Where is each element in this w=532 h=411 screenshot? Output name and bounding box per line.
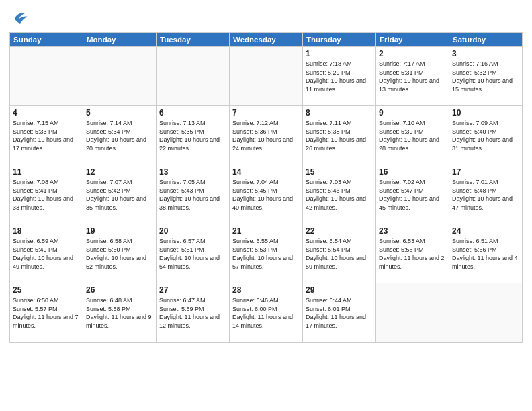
calendar-day-cell: 19Sunrise: 6:58 AMSunset: 5:50 PMDayligh… [83, 224, 157, 283]
day-number: 1 [306, 49, 373, 58]
day-number: 5 [86, 108, 153, 118]
weekday-header: Saturday [449, 33, 523, 47]
calendar-day-cell: 17Sunrise: 7:01 AMSunset: 5:48 PMDayligh… [449, 165, 523, 224]
day-number: 4 [13, 108, 80, 118]
calendar-week-row: 4Sunrise: 7:15 AMSunset: 5:33 PMDaylight… [10, 106, 523, 165]
day-number: 16 [379, 167, 446, 177]
weekday-header: Wednesday [230, 33, 303, 47]
day-number: 3 [452, 49, 519, 58]
day-info: Sunrise: 6:55 AMSunset: 5:53 PMDaylight:… [232, 237, 300, 271]
page-container: SundayMondayTuesdayWednesdayThursdayFrid… [0, 0, 532, 348]
calendar-day-cell: 6Sunrise: 7:13 AMSunset: 5:35 PMDaylight… [157, 106, 230, 165]
day-info: Sunrise: 7:03 AMSunset: 5:46 PMDaylight:… [306, 178, 373, 212]
day-number: 24 [452, 226, 519, 236]
day-info: Sunrise: 7:09 AMSunset: 5:40 PMDaylight:… [452, 119, 519, 152]
day-info: Sunrise: 6:44 AMSunset: 6:01 PMDaylight:… [306, 296, 373, 330]
day-number: 14 [232, 167, 300, 177]
day-number: 17 [452, 167, 519, 177]
day-info: Sunrise: 6:53 AMSunset: 5:55 PMDaylight:… [379, 237, 446, 271]
day-info: Sunrise: 6:57 AMSunset: 5:51 PMDaylight:… [159, 237, 226, 271]
day-info: Sunrise: 7:07 AMSunset: 5:42 PMDaylight:… [86, 178, 153, 212]
calendar-day-cell: 16Sunrise: 7:02 AMSunset: 5:47 PMDayligh… [376, 165, 449, 224]
weekday-header: Friday [376, 33, 449, 47]
weekday-header: Tuesday [157, 33, 230, 47]
calendar-day-cell: 15Sunrise: 7:03 AMSunset: 5:46 PMDayligh… [303, 165, 376, 224]
day-info: Sunrise: 6:51 AMSunset: 5:56 PMDaylight:… [452, 237, 519, 271]
day-number: 12 [86, 167, 153, 177]
day-info: Sunrise: 7:08 AMSunset: 5:41 PMDaylight:… [13, 178, 80, 212]
day-info: Sunrise: 6:46 AMSunset: 6:00 PMDaylight:… [232, 296, 300, 330]
calendar-day-cell [10, 47, 83, 106]
day-info: Sunrise: 7:04 AMSunset: 5:45 PMDaylight:… [232, 178, 300, 212]
day-number: 22 [306, 226, 373, 236]
day-number: 21 [232, 226, 300, 236]
calendar-week-row: 1Sunrise: 7:18 AMSunset: 5:29 PMDaylight… [10, 47, 523, 106]
day-number: 6 [159, 108, 226, 118]
day-info: Sunrise: 7:11 AMSunset: 5:38 PMDaylight:… [306, 119, 373, 152]
calendar-day-cell: 20Sunrise: 6:57 AMSunset: 5:51 PMDayligh… [157, 224, 230, 283]
calendar-day-cell: 18Sunrise: 6:59 AMSunset: 5:49 PMDayligh… [10, 224, 83, 283]
day-info: Sunrise: 7:14 AMSunset: 5:34 PMDaylight:… [86, 119, 153, 152]
day-number: 15 [306, 167, 373, 177]
calendar-day-cell: 1Sunrise: 7:18 AMSunset: 5:29 PMDaylight… [303, 47, 376, 106]
calendar-day-cell: 22Sunrise: 6:54 AMSunset: 5:54 PMDayligh… [303, 224, 376, 283]
day-number: 23 [379, 226, 446, 236]
calendar-day-cell: 3Sunrise: 7:16 AMSunset: 5:32 PMDaylight… [449, 47, 523, 106]
day-info: Sunrise: 7:18 AMSunset: 5:29 PMDaylight:… [306, 60, 373, 93]
weekday-header: Sunday [10, 33, 83, 47]
day-number: 27 [159, 285, 226, 295]
calendar-day-cell [449, 283, 523, 342]
calendar-day-cell: 8Sunrise: 7:11 AMSunset: 5:38 PMDaylight… [303, 106, 376, 165]
calendar-day-cell: 24Sunrise: 6:51 AMSunset: 5:56 PMDayligh… [449, 224, 523, 283]
calendar-day-cell: 9Sunrise: 7:10 AMSunset: 5:39 PMDaylight… [376, 106, 449, 165]
day-info: Sunrise: 7:05 AMSunset: 5:43 PMDaylight:… [159, 178, 226, 212]
calendar-day-cell: 11Sunrise: 7:08 AMSunset: 5:41 PMDayligh… [10, 165, 83, 224]
day-number: 11 [13, 167, 80, 177]
weekday-header: Thursday [303, 33, 376, 47]
day-info: Sunrise: 6:47 AMSunset: 5:59 PMDaylight:… [159, 296, 226, 330]
day-info: Sunrise: 6:58 AMSunset: 5:50 PMDaylight:… [86, 237, 153, 271]
header [9, 7, 523, 28]
day-info: Sunrise: 7:12 AMSunset: 5:36 PMDaylight:… [232, 119, 300, 152]
day-info: Sunrise: 7:17 AMSunset: 5:31 PMDaylight:… [379, 60, 446, 93]
calendar-week-row: 18Sunrise: 6:59 AMSunset: 5:49 PMDayligh… [10, 224, 523, 283]
day-number: 18 [13, 226, 80, 236]
calendar-day-cell: 28Sunrise: 6:46 AMSunset: 6:00 PMDayligh… [230, 283, 303, 342]
weekday-header: Monday [83, 33, 157, 47]
calendar-day-cell: 12Sunrise: 7:07 AMSunset: 5:42 PMDayligh… [83, 165, 157, 224]
calendar-day-cell [83, 47, 157, 106]
day-number: 10 [452, 108, 519, 118]
calendar-day-cell: 2Sunrise: 7:17 AMSunset: 5:31 PMDaylight… [376, 47, 449, 106]
calendar-day-cell: 7Sunrise: 7:12 AMSunset: 5:36 PMDaylight… [230, 106, 303, 165]
day-info: Sunrise: 7:15 AMSunset: 5:33 PMDaylight:… [13, 119, 80, 152]
calendar-day-cell: 29Sunrise: 6:44 AMSunset: 6:01 PMDayligh… [303, 283, 376, 342]
day-info: Sunrise: 7:16 AMSunset: 5:32 PMDaylight:… [452, 60, 519, 93]
calendar-day-cell: 26Sunrise: 6:48 AMSunset: 5:58 PMDayligh… [83, 283, 157, 342]
weekday-header-row: SundayMondayTuesdayWednesdayThursdayFrid… [10, 33, 523, 47]
day-number: 19 [86, 226, 153, 236]
calendar-day-cell [157, 47, 230, 106]
day-number: 8 [306, 108, 373, 118]
calendar-day-cell: 5Sunrise: 7:14 AMSunset: 5:34 PMDaylight… [83, 106, 157, 165]
calendar-day-cell: 23Sunrise: 6:53 AMSunset: 5:55 PMDayligh… [376, 224, 449, 283]
day-number: 25 [13, 285, 80, 295]
calendar-week-row: 25Sunrise: 6:50 AMSunset: 5:57 PMDayligh… [10, 283, 523, 342]
day-number: 28 [232, 285, 300, 295]
calendar-table: SundayMondayTuesdayWednesdayThursdayFrid… [9, 32, 523, 342]
day-number: 13 [159, 167, 226, 177]
calendar-week-row: 11Sunrise: 7:08 AMSunset: 5:41 PMDayligh… [10, 165, 523, 224]
calendar-day-cell: 25Sunrise: 6:50 AMSunset: 5:57 PMDayligh… [10, 283, 83, 342]
day-number: 2 [379, 49, 446, 58]
day-number: 9 [379, 108, 446, 118]
day-info: Sunrise: 6:54 AMSunset: 5:54 PMDaylight:… [306, 237, 373, 271]
day-number: 20 [159, 226, 226, 236]
day-info: Sunrise: 7:02 AMSunset: 5:47 PMDaylight:… [379, 178, 446, 212]
calendar-day-cell: 4Sunrise: 7:15 AMSunset: 5:33 PMDaylight… [10, 106, 83, 165]
calendar-day-cell [230, 47, 303, 106]
calendar-day-cell: 14Sunrise: 7:04 AMSunset: 5:45 PMDayligh… [230, 165, 303, 224]
calendar-day-cell [376, 283, 449, 342]
calendar-day-cell: 13Sunrise: 7:05 AMSunset: 5:43 PMDayligh… [157, 165, 230, 224]
calendar-day-cell: 21Sunrise: 6:55 AMSunset: 5:53 PMDayligh… [230, 224, 303, 283]
calendar-day-cell: 27Sunrise: 6:47 AMSunset: 5:59 PMDayligh… [157, 283, 230, 342]
day-info: Sunrise: 6:50 AMSunset: 5:57 PMDaylight:… [13, 296, 80, 330]
